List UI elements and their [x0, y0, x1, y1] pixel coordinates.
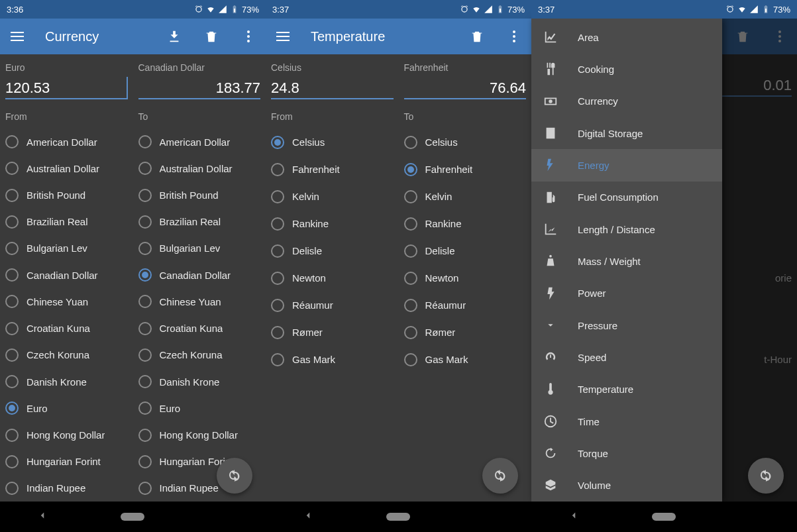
radio-label: Brazilian Real	[27, 216, 88, 227]
drawer-item-mass-weight[interactable]: Mass / Weight	[531, 245, 722, 277]
drawer-item-area[interactable]: Area	[531, 21, 722, 53]
radio-icon	[138, 455, 152, 468]
menu-button[interactable]	[5, 25, 29, 48]
radio-item[interactable]: Brazilian Real	[138, 209, 261, 235]
signal-icon	[218, 5, 227, 14]
from-value-input[interactable]	[271, 77, 394, 99]
overflow-button[interactable]	[502, 25, 526, 48]
radio-item[interactable]: Hungarian Forint	[5, 449, 128, 475]
nav-home-button[interactable]	[386, 513, 410, 521]
panel-temperature: 3:37 73% Temperature Celsius From Celsiu…	[266, 0, 531, 532]
drawer-item-time[interactable]: Time	[531, 405, 722, 437]
radio-icon	[271, 272, 284, 285]
drawer-item-torque[interactable]: Torque	[531, 437, 722, 469]
drawer-item-energy[interactable]: Energy	[531, 149, 722, 181]
download-button[interactable]	[162, 25, 186, 48]
radio-item[interactable]: American Dollar	[138, 129, 261, 155]
radio-item[interactable]: Indian Rupee	[5, 475, 128, 502]
delete-button[interactable]	[465, 25, 489, 48]
drawer-item-temperature[interactable]: Temperature	[531, 374, 722, 405]
radio-item[interactable]: Croatian Kuna	[5, 315, 128, 342]
radio-label: Chinese Yuan	[27, 296, 88, 307]
radio-item[interactable]: Newton	[271, 264, 394, 292]
swap-fab[interactable]	[748, 458, 784, 494]
radio-item[interactable]: Rømer	[404, 319, 527, 346]
radio-item[interactable]: Celsius	[404, 129, 527, 156]
radio-item[interactable]: British Pound	[5, 182, 128, 208]
signal-icon	[749, 5, 759, 14]
drawer-item-pressure[interactable]: Pressure	[531, 309, 722, 341]
from-column: Euro From American DollarAustralian Doll…	[5, 62, 128, 502]
radio-item[interactable]: Fahrenheit	[271, 156, 394, 183]
drawer-item-speed[interactable]: Speed	[531, 341, 722, 373]
radio-item[interactable]: Réaumur	[271, 292, 394, 319]
menu-button[interactable]	[271, 25, 295, 48]
radio-item[interactable]: Euro	[138, 395, 261, 421]
radio-item[interactable]: Delisle	[271, 237, 394, 264]
radio-icon	[5, 348, 19, 362]
radio-item[interactable]: British Pound	[138, 182, 261, 208]
radio-item[interactable]: Rankine	[271, 210, 394, 237]
swap-fab[interactable]	[482, 458, 518, 494]
pressure-icon	[543, 318, 558, 333]
radio-item[interactable]: Danish Krone	[138, 368, 261, 395]
drawer-label: Volume	[578, 480, 611, 491]
radio-item[interactable]: Réaumur	[404, 292, 527, 319]
radio-icon	[271, 217, 284, 231]
radio-item[interactable]: Gas Mark	[404, 346, 527, 373]
swap-fab[interactable]	[217, 458, 252, 494]
delete-button[interactable]	[199, 25, 223, 48]
radio-item[interactable]: Australian Dollar	[138, 155, 261, 182]
radio-item[interactable]: Croatian Kuna	[138, 315, 261, 342]
dots-vertical-icon	[247, 30, 250, 42]
radio-item[interactable]: Bulgarian Lev	[138, 235, 261, 262]
radio-item[interactable]: Chinese Yuan	[138, 288, 261, 315]
radio-item[interactable]: Danish Krone	[5, 368, 128, 395]
radio-item[interactable]: Celsius	[271, 129, 394, 156]
radio-item[interactable]: Czech Koruna	[5, 342, 128, 368]
status-time: 3:36	[7, 5, 23, 15]
radio-item[interactable]: Delisle	[404, 237, 527, 264]
radio-item[interactable]: Australian Dollar	[5, 155, 128, 182]
radio-item[interactable]: American Dollar	[5, 129, 128, 155]
to-value-input[interactable]	[404, 77, 527, 99]
radio-item[interactable]: Rankine	[404, 210, 527, 237]
drawer-item-cooking[interactable]: Cooking	[531, 53, 722, 85]
drawer-item-digital-storage[interactable]: Digital Storage	[531, 117, 722, 149]
radio-item[interactable]: Euro	[5, 395, 128, 421]
to-unit-label: Fahrenheit	[404, 62, 527, 73]
radio-item[interactable]: Kelvin	[404, 183, 527, 210]
radio-item[interactable]: Fahrenheit	[404, 156, 527, 183]
nav-back-button[interactable]	[302, 509, 314, 524]
overflow-button[interactable]	[237, 25, 260, 48]
drawer-item-currency[interactable]: Currency	[531, 85, 722, 117]
nav-home-button[interactable]	[652, 513, 676, 521]
battery-text: 73%	[773, 5, 790, 15]
drawer-item-volume[interactable]: Volume	[531, 470, 722, 502]
from-value-input[interactable]	[5, 77, 128, 99]
radio-item[interactable]: Rømer	[271, 319, 394, 346]
radio-item[interactable]: Czech Koruna	[138, 342, 261, 368]
nav-back-button[interactable]	[568, 509, 580, 524]
to-value-input[interactable]	[138, 77, 261, 99]
radio-item[interactable]: Newton	[404, 264, 527, 292]
radio-item[interactable]: Gas Mark	[271, 346, 394, 373]
radio-item[interactable]: Hong Kong Dollar	[138, 421, 261, 448]
radio-icon	[138, 401, 152, 415]
radio-item[interactable]: Chinese Yuan	[5, 288, 128, 315]
radio-label: Hungarian Forint	[27, 456, 101, 467]
radio-item[interactable]: Kelvin	[271, 183, 394, 210]
radio-item[interactable]: Brazilian Real	[5, 209, 128, 235]
radio-item[interactable]: Canadian Dollar	[5, 262, 128, 288]
from-unit-label: Euro	[5, 62, 128, 73]
drawer-item-length-distance[interactable]: Length / Distance	[531, 213, 722, 245]
drawer-item-fuel-consumption[interactable]: Fuel Consumption	[531, 182, 722, 213]
drawer-item-power[interactable]: Power	[531, 278, 722, 309]
radio-item[interactable]: Bulgarian Lev	[5, 235, 128, 262]
radio-label: Hong Kong Dollar	[160, 429, 238, 441]
radio-item[interactable]: Hong Kong Dollar	[5, 421, 128, 448]
drawer-label: Temperature	[578, 384, 633, 395]
nav-back-button[interactable]	[36, 509, 48, 524]
nav-home-button[interactable]	[121, 513, 144, 521]
radio-item[interactable]: Canadian Dollar	[138, 262, 261, 288]
